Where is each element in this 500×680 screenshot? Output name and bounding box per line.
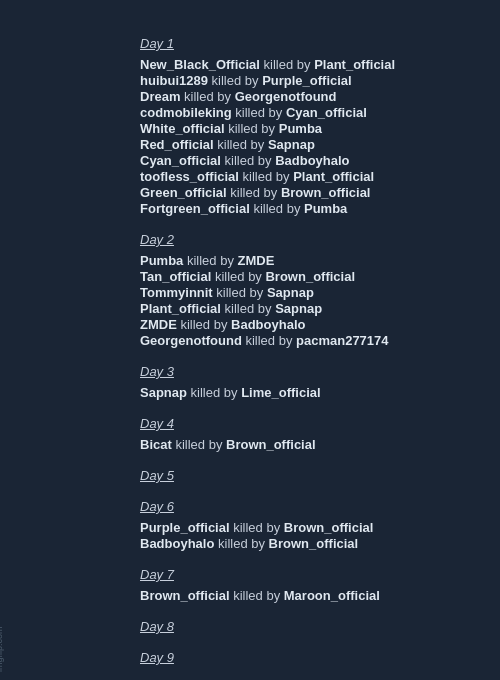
kill-line: Bicat killed by Brown_official (140, 437, 460, 452)
kill-line: Pumba killed by ZMDE (140, 253, 460, 268)
day-header: Day 2 (140, 232, 460, 247)
victim-name: Pumba (140, 253, 183, 268)
day-section: Day 8 (140, 619, 460, 634)
kill-line: Tommyinnit killed by Sapnap (140, 285, 460, 300)
victim-name: toofless_official (140, 169, 239, 184)
victim-name: huibui1289 (140, 73, 208, 88)
kill-line: Green_official killed by Brown_official (140, 185, 460, 200)
kill-line: New_Black_Official killed by Plant_offic… (140, 57, 460, 72)
victim-name: Fortgreen_official (140, 201, 250, 216)
victim-name: Green_official (140, 185, 227, 200)
victim-name: Red_official (140, 137, 214, 152)
kill-line: Sapnap killed by Lime_official (140, 385, 460, 400)
killer-name: Plant_official (314, 57, 395, 72)
day-header: Day 9 (140, 650, 460, 665)
kill-log-container: Day 1New_Black_Official killed by Plant_… (140, 36, 460, 680)
day-section: Day 2Pumba killed by ZMDETan_official ki… (140, 232, 460, 348)
killer-name: Lime_official (241, 385, 320, 400)
killer-name: Cyan_official (286, 105, 367, 120)
victim-name: New_Black_Official (140, 57, 260, 72)
day-header: Day 6 (140, 499, 460, 514)
victim-name: ZMDE (140, 317, 177, 332)
day-header: Day 4 (140, 416, 460, 431)
day-section: Day 6Purple_official killed by Brown_off… (140, 499, 460, 551)
killer-name: Brown_official (265, 269, 355, 284)
kill-line: toofless_official killed by Plant_offici… (140, 169, 460, 184)
kill-line: Plant_official killed by Sapnap (140, 301, 460, 316)
killer-name: Brown_official (284, 520, 374, 535)
day-section: Day 4Bicat killed by Brown_official (140, 416, 460, 452)
victim-name: Badboyhalo (140, 536, 214, 551)
killer-name: Plant_official (293, 169, 374, 184)
killer-name: Sapnap (268, 137, 315, 152)
day-header: Day 7 (140, 567, 460, 582)
killer-name: Pumba (304, 201, 347, 216)
victim-name: Brown_official (140, 588, 230, 603)
kill-line: White_official killed by Pumba (140, 121, 460, 136)
victim-name: White_official (140, 121, 225, 136)
victim-name: Plant_official (140, 301, 221, 316)
day-header: Day 3 (140, 364, 460, 379)
killer-name: Pumba (279, 121, 322, 136)
killer-name: Maroon_official (284, 588, 380, 603)
victim-name: Cyan_official (140, 153, 221, 168)
victim-name: Tan_official (140, 269, 211, 284)
killer-name: Purple_official (262, 73, 352, 88)
day-section: Day 1New_Black_Official killed by Plant_… (140, 36, 460, 216)
victim-name: Bicat (140, 437, 172, 452)
kill-line: codmobileking killed by Cyan_official (140, 105, 460, 120)
kill-line: Georgenotfound killed by pacman277174 (140, 333, 460, 348)
kill-line: Badboyhalo killed by Brown_official (140, 536, 460, 551)
victim-name: codmobileking (140, 105, 232, 120)
victim-name: Sapnap (140, 385, 187, 400)
victim-name: Dream (140, 89, 180, 104)
victim-name: Georgenotfound (140, 333, 242, 348)
kill-line: Fortgreen_official killed by Pumba (140, 201, 460, 216)
day-section: Day 9 (140, 650, 460, 665)
kill-line: Tan_official killed by Brown_official (140, 269, 460, 284)
kill-line: ZMDE killed by Badboyhalo (140, 317, 460, 332)
killer-name: Georgenotfound (235, 89, 337, 104)
day-section: Day 3Sapnap killed by Lime_official (140, 364, 460, 400)
kill-line: Purple_official killed by Brown_official (140, 520, 460, 535)
watermark: imgflip.com (0, 626, 4, 672)
killer-name: Badboyhalo (275, 153, 349, 168)
kill-line: huibui1289 killed by Purple_official (140, 73, 460, 88)
kill-line: Red_official killed by Sapnap (140, 137, 460, 152)
killer-name: Brown_official (226, 437, 316, 452)
killer-name: Brown_official (269, 536, 359, 551)
killer-name: Badboyhalo (231, 317, 305, 332)
day-section: Day 5 (140, 468, 460, 483)
killer-name: ZMDE (238, 253, 275, 268)
killer-name: Brown_official (281, 185, 371, 200)
day-header: Day 1 (140, 36, 460, 51)
killer-name: pacman277174 (296, 333, 389, 348)
day-header: Day 5 (140, 468, 460, 483)
kill-line: Cyan_official killed by Badboyhalo (140, 153, 460, 168)
victim-name: Purple_official (140, 520, 230, 535)
day-section: Day 7Brown_official killed by Maroon_off… (140, 567, 460, 603)
kill-line: Dream killed by Georgenotfound (140, 89, 460, 104)
victim-name: Tommyinnit (140, 285, 213, 300)
kill-line: Brown_official killed by Maroon_official (140, 588, 460, 603)
killer-name: Sapnap (275, 301, 322, 316)
killer-name: Sapnap (267, 285, 314, 300)
day-header: Day 8 (140, 619, 460, 634)
